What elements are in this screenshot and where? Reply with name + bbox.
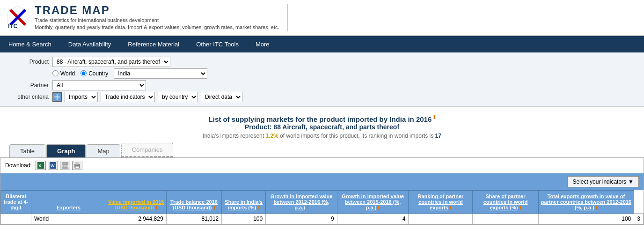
cell-total-growth: 100	[538, 213, 634, 224]
world-country-radio-group: World Country India	[52, 68, 207, 79]
app-subtitle1: Trade statistics for international busin…	[35, 17, 279, 24]
cell-growth-12-16: 9	[266, 213, 337, 224]
direct-data-select[interactable]: Direct data	[201, 92, 242, 102]
other-criteria-controls: Imports Trade indicators by country Dire…	[52, 92, 242, 102]
title-line3: India's imports represent 1.2% of world …	[9, 133, 635, 139]
nav-more[interactable]: More	[247, 36, 278, 52]
data-table: Bilateral trade at 4-digit Exporters Val…	[0, 190, 644, 224]
cell-value-imported: 2,944,829	[106, 213, 167, 224]
table-header-row: Bilateral trade at 4-digit Exporters Val…	[1, 190, 644, 213]
cell-ranking	[409, 213, 473, 224]
cell-share: 100	[222, 213, 266, 224]
tabs-row: Table Graph Map Companies	[9, 143, 639, 157]
itc-logo-icon: ITC	[6, 5, 30, 30]
world-radio[interactable]	[52, 70, 59, 76]
cell-trade-balance: 81,012	[166, 213, 222, 224]
th-share-imports: Share in India's imports (%) ℹ	[222, 190, 266, 213]
cell-bilateral	[1, 213, 31, 224]
cell-last: 3	[634, 213, 644, 224]
table-area: Download: X W CSV Select your indicators…	[0, 157, 644, 225]
product-label: Product	[6, 59, 52, 65]
download-print-btn[interactable]	[72, 161, 82, 170]
indicator-bar: Select your indicators ▼	[0, 173, 644, 190]
product-select[interactable]: 88 - Aircraft, spacecraft, and parts the…	[52, 57, 170, 67]
th-ranking-partner: Ranking of partner countries in world ex…	[409, 190, 473, 213]
th-total-growth: Total exports growth in value of partner…	[538, 190, 634, 213]
svg-rect-15	[75, 166, 79, 169]
main-nav: Home & Search Data Availability Referenc…	[0, 36, 644, 52]
th-exporters: Exporters	[31, 190, 106, 213]
tab-companies[interactable]: Companies	[121, 143, 174, 157]
trade-indicators-select[interactable]: Trade indicators	[101, 92, 155, 102]
th-value-imported: Value imported in 2016 (USD thousand) ℹ	[106, 190, 167, 213]
tab-table[interactable]: Table	[9, 144, 45, 157]
th-trade-balance: Trade balance 2016 (USD thousand) ℹ	[166, 190, 222, 213]
th-growth-15-16: Growth in imported value between 2015-20…	[337, 190, 409, 213]
product-filter-row: Product 88 - Aircraft, spacecraft, and p…	[6, 57, 638, 67]
growth2-info-icon[interactable]: ℹ	[378, 205, 380, 210]
country-radio-label[interactable]: Country	[80, 70, 108, 77]
svg-text:X: X	[38, 164, 41, 168]
download-word-btn[interactable]: W	[48, 161, 58, 170]
world-country-filter-row: World Country India	[6, 68, 638, 79]
svg-text:W: W	[51, 164, 55, 168]
page-header: ITC TRADE MAP Trade statistics for inter…	[0, 0, 644, 36]
nav-home-search[interactable]: Home & Search	[0, 36, 60, 52]
title-section: List of supplying markets for the produc…	[0, 107, 644, 143]
th-bilateral: Bilateral trade at 4-digit	[1, 190, 31, 213]
download-excel-btn[interactable]: X	[36, 161, 46, 170]
svg-text:CSV: CSV	[62, 164, 69, 168]
other-criteria-row: other criteria Imports Trade indicators …	[6, 92, 638, 102]
nav-other-itc-tools[interactable]: Other ITC Tools	[188, 36, 247, 52]
download-bar: Download: X W CSV	[0, 158, 644, 173]
trade-balance-info-icon[interactable]: ℹ	[213, 205, 215, 210]
app-subtitle2: Monthly, quarterly and yearly trade data…	[35, 24, 279, 31]
partner-filter-row: Partner All	[6, 80, 638, 90]
cell-exporter: World	[31, 213, 106, 224]
download-csv-btn[interactable]: CSV	[60, 161, 70, 170]
title-line1: List of supplying markets for the produc…	[9, 114, 635, 123]
country-radio[interactable]	[80, 70, 87, 76]
table-row: World 2,944,829 81,012 100 9 4 100 3	[1, 213, 644, 224]
ranking-info-icon[interactable]: ℹ	[450, 205, 452, 210]
app-title: TRADE MAP	[35, 4, 279, 17]
by-country-select[interactable]: by country	[158, 92, 198, 102]
imports-select[interactable]: Imports	[65, 92, 98, 102]
download-label: Download:	[5, 162, 32, 169]
growth1-info-icon[interactable]: ℹ	[307, 205, 308, 210]
country-select[interactable]: India	[114, 68, 207, 79]
th-growth-12-16: Growth in imported value between 2012-20…	[266, 190, 337, 213]
value-info-icon[interactable]: ℹ	[155, 205, 157, 210]
chevron-down-icon: ▼	[628, 178, 634, 185]
tab-map[interactable]: Map	[87, 144, 120, 157]
th-share-world-exports: Share of partner countries in world expo…	[473, 190, 538, 213]
logo-area: ITC TRADE MAP Trade statistics for inter…	[6, 4, 288, 31]
nav-data-availability[interactable]: Data Availability	[60, 36, 120, 52]
partner-label: Partner	[6, 82, 52, 89]
tab-graph[interactable]: Graph	[46, 144, 86, 157]
title-line2: Product: 88 Aircraft, spacecraft, and pa…	[9, 123, 635, 131]
title-info-icon[interactable]: ℹ	[433, 114, 435, 120]
other-criteria-label: other criteria	[6, 94, 52, 100]
logo-text: TRADE MAP Trade statistics for internati…	[35, 4, 279, 31]
svg-text:ITC: ITC	[8, 22, 18, 30]
share-world-info-icon[interactable]: ℹ	[520, 205, 521, 210]
partner-select[interactable]: All	[52, 80, 146, 90]
world-radio-label[interactable]: World	[52, 70, 75, 77]
svg-rect-14	[75, 162, 79, 164]
share-info-icon[interactable]: ℹ	[258, 205, 260, 210]
total-growth-info-icon[interactable]: ℹ	[596, 205, 598, 210]
cell-share-world	[473, 213, 538, 224]
cell-growth-15-16: 4	[337, 213, 409, 224]
filters-panel: Product 88 - Aircraft, spacecraft, and p…	[0, 52, 644, 107]
tabs-container: Table Graph Map Companies	[0, 143, 644, 157]
select-indicators-button[interactable]: Select your indicators ▼	[567, 176, 639, 187]
criteria-icon[interactable]	[52, 92, 62, 102]
nav-reference-material[interactable]: Reference Material	[119, 36, 188, 52]
